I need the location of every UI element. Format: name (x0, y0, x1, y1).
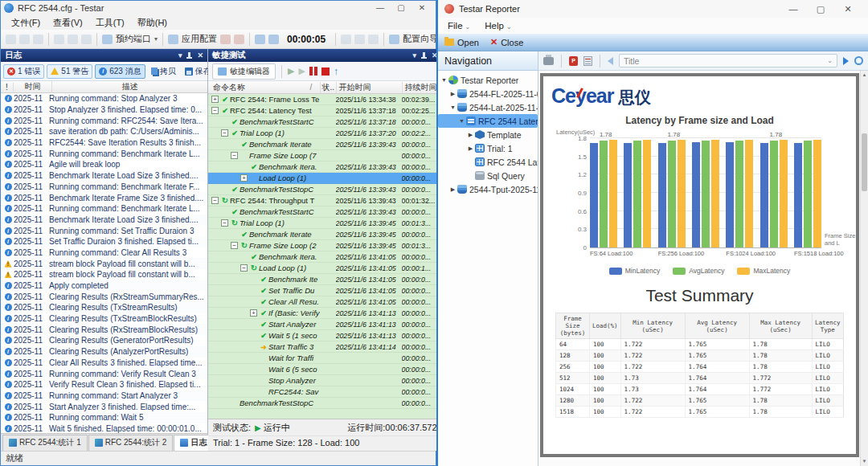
close-report-button[interactable]: ✕ Close (490, 37, 523, 47)
maxlatency-bar[interactable] (711, 140, 719, 247)
log-row[interactable]: i2025-11Benchmark Iterate Load Size 3 fi… (1, 170, 207, 182)
log-row[interactable]: i2025-11Set Traffic Duraion 3 finished. … (1, 236, 207, 247)
scroll-down-icon[interactable]: ▼ (861, 457, 868, 466)
pin-icon[interactable] (186, 52, 193, 59)
avglatency-bar[interactable] (804, 141, 812, 247)
table-row[interactable]: 2561001.7221.7641.78LILO (556, 362, 844, 373)
scroll-up-icon[interactable]: ▲ (861, 71, 868, 80)
table2-icon[interactable] (234, 35, 244, 44)
agile-editor-button[interactable]: 敏捷编辑器 (212, 63, 276, 80)
maximize-button[interactable]: ▢ (807, 0, 834, 18)
tree-row[interactable]: BenchmarkTestStopC00:00:0... (208, 398, 442, 409)
log-row[interactable]: i2025-11Running command: Benchmark Itera… (1, 203, 207, 215)
table-row[interactable]: 1281001.7221.7651.78LILO (556, 350, 844, 362)
log-row[interactable]: i2025-11Clear All Results 3 finished. El… (1, 358, 207, 369)
tree-row[interactable]: ✔Wait 5 (1 seco2025/11/6 13:41:1300:00:0… (208, 330, 442, 341)
tree-row[interactable]: ✔BenchmarkTestStopC2025/11/6 13:39:4300:… (208, 184, 442, 195)
tool3-icon[interactable] (368, 35, 379, 44)
tree-row[interactable]: ✔Set Traffic Du2025/11/6 13:41:0500:00:0… (208, 285, 442, 296)
log-row[interactable]: i2025-11Clearing Results (TxStreamBlockR… (1, 313, 207, 325)
reserve-port-button[interactable]: 预约端口 (116, 33, 151, 45)
avglatency-bar[interactable] (702, 141, 710, 247)
log-row[interactable]: !2025-11stream block Payload fill consta… (1, 258, 207, 269)
table-icon[interactable] (220, 35, 231, 44)
log-row[interactable]: i2025-11Running command: Benchmark Itera… (1, 148, 207, 159)
log-row[interactable]: i2025-11Running command: Wait 5 (1, 412, 207, 423)
nav-item[interactable]: ▶Template (438, 128, 538, 141)
tree-row[interactable]: ✔Start Analyzer2025/11/6 13:41:1300:00:0… (208, 319, 442, 330)
maximize-button[interactable]: ▢ (391, 1, 411, 15)
step-icon[interactable]: ▶ (298, 67, 305, 76)
maxlatency-bar[interactable] (678, 140, 686, 248)
tree-row[interactable]: ✔Benchmark Iterate2025/11/6 13:39:4500:0… (208, 229, 442, 240)
log-row[interactable]: i2025-11Running command: Set Traffic Dur… (1, 225, 207, 236)
maxlatency-bar[interactable] (609, 140, 617, 248)
tool2-icon[interactable] (354, 35, 365, 44)
log-row[interactable]: i2025-11Start Analyzer 3 finished. Elaps… (1, 401, 207, 412)
log-row[interactable]: i2025-11Agile will break loop (1, 159, 207, 170)
minimize-button[interactable]: — (370, 1, 391, 15)
stop-icon[interactable] (321, 67, 330, 76)
tree-row[interactable]: RFC2544: Sav00:00:0... (208, 386, 442, 398)
log-row[interactable]: i2025-11Running command: Start Analyzer … (1, 390, 207, 402)
close-panel-icon[interactable]: ✕ (197, 49, 203, 62)
copy-log-button[interactable]: 拷贝 (148, 65, 179, 78)
bottom-tab[interactable]: RFC 2544:统计 2 (88, 435, 174, 451)
tree-row[interactable]: ✔BenchmarkTestStartC2025/11/6 13:39:4300… (208, 206, 442, 218)
expand-icon[interactable]: + (250, 309, 257, 317)
close-button[interactable]: ✕ (411, 1, 432, 15)
nav-item[interactable]: ▶2544-FL-2025-11-06 (438, 87, 538, 100)
warnings-filter-button[interactable]: 51 警告 (47, 64, 92, 79)
table-row[interactable]: 12801001.7221.7651.78LILO (556, 395, 844, 407)
tree-row[interactable]: +✔RFC 2544: Frame Loss Te2025/11/6 13:34… (208, 94, 442, 105)
messages-filter-button[interactable]: i 623 消息 (95, 64, 145, 79)
log-row[interactable]: !2025-11stream block Payload fill consta… (1, 269, 207, 280)
refresh-spinner-icon[interactable] (854, 56, 863, 65)
column-start-time[interactable]: 开始时间 (336, 82, 402, 93)
open-icon[interactable] (19, 35, 30, 44)
play-icon[interactable]: ▶ (288, 67, 294, 76)
column-time[interactable]: 时间 (14, 81, 52, 92)
log-row[interactable]: i2025-11Running command: Benchmark Itera… (1, 182, 207, 193)
pause-icon[interactable] (309, 67, 317, 76)
tree-row[interactable]: −✔RFC 2544: Latency Test2025/11/6 13:37:… (208, 105, 442, 117)
expand-icon[interactable]: + (211, 96, 219, 103)
chevron-right-icon[interactable]: ▶ (467, 145, 474, 152)
config-wizard-button[interactable]: 配置向导 (403, 33, 436, 45)
pin-icon[interactable] (420, 52, 428, 59)
menu-item-file[interactable]: File⌄ (448, 21, 470, 31)
collapse-icon[interactable]: − (231, 152, 238, 159)
chevron-right-icon[interactable]: ▶ (467, 132, 474, 138)
copy-icon[interactable] (68, 35, 78, 44)
chevron-down-icon[interactable]: ▼ (440, 77, 448, 83)
save-icon[interactable] (33, 35, 43, 44)
chevron-right-icon[interactable]: ▶ (449, 91, 457, 97)
open-button[interactable]: Open (444, 38, 479, 47)
menu-item[interactable]: 帮助(H) (132, 16, 173, 30)
tree-row[interactable]: Wait for Traffi00:00:0... (208, 353, 442, 364)
apply-config-button[interactable]: 应用配置 (182, 33, 217, 45)
avglatency-bar[interactable] (770, 141, 778, 247)
log-row[interactable]: i2025-11Clearing Results (GeneratorPortR… (1, 335, 207, 346)
nav-item[interactable]: ▶2544-Tput-2025-11-0 (438, 182, 538, 196)
collapse-icon[interactable]: − (240, 264, 248, 272)
tree-row[interactable]: −↻RFC 2544: Throughput T2025/11/6 13:39:… (208, 195, 442, 206)
tree-row[interactable]: −↻Trial Loop (1)2025/11/6 13:39:4500:01:… (208, 218, 442, 229)
nav-item[interactable]: RFC 2544 Latency T (438, 155, 538, 169)
minlatency-bar[interactable] (726, 142, 734, 247)
tree-row[interactable]: ✔Benchmark Itera.2025/11/6 13:41:0500:00… (208, 251, 442, 263)
log-row[interactable]: i2025-11RFC2544: Save Iteration Results … (1, 137, 207, 149)
log-row[interactable]: i2025-11Running command: Stop Analyzer 3 (1, 93, 207, 104)
tree-row[interactable]: Stop Analyzer00:00:0... (208, 375, 442, 386)
nav-item[interactable]: Sql Query (438, 169, 538, 182)
stream-icon[interactable] (255, 35, 265, 44)
maxlatency-bar[interactable] (780, 140, 788, 248)
log-row[interactable]: i2025-11Benchmark Iterate Load Size 3 fi… (1, 215, 207, 226)
menu-item[interactable]: 工具(T) (90, 16, 130, 30)
tree-row[interactable]: −✔Trial Loop (1)2025/11/6 13:37:2000:02:… (208, 128, 442, 139)
log-row[interactable]: i2025-11Apply completed (1, 280, 207, 292)
avglatency-bar[interactable] (735, 141, 743, 247)
tree-row[interactable]: −↻Load Loop (1)2025/11/6 13:41:0500:00:1… (208, 263, 442, 274)
collapse-icon[interactable]: − (221, 129, 228, 137)
cut-icon[interactable] (54, 35, 64, 44)
